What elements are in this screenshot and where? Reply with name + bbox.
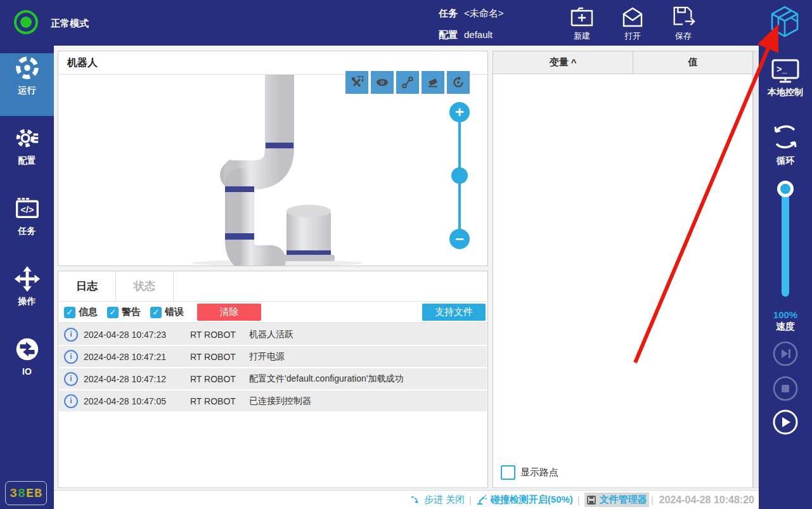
top-bar: 正常模式 任务<未命名> 配置default 新建 打开 保存 <box>0 0 812 46</box>
sidebar-item-operate[interactable]: 操作 <box>0 264 54 327</box>
path-curve-icon <box>401 76 414 89</box>
sidebar-item-io[interactable]: IO <box>0 335 54 397</box>
filter-info-checkbox[interactable]: ✓ <box>64 307 75 318</box>
svg-text:>_: >_ <box>777 65 787 75</box>
loop-arrows-icon <box>769 120 802 153</box>
loop-mode-button[interactable]: 循环 <box>759 120 812 167</box>
robot-arm-model <box>58 75 487 266</box>
info-icon: i <box>64 328 78 342</box>
variables-header: 变量 ^ 值 <box>493 51 752 74</box>
speed-slider-handle[interactable] <box>777 181 794 197</box>
variables-scrollbar[interactable] <box>753 51 759 488</box>
tools-button[interactable] <box>345 71 368 94</box>
path-button[interactable] <box>396 71 419 94</box>
file-manager-disk-icon <box>586 495 596 505</box>
filter-info-label: 信息 <box>79 306 98 318</box>
config-value: default <box>464 29 493 40</box>
log-row: i 2024-04-28 10:47:23 RT ROBOT 机器人活跃 <box>59 324 487 345</box>
tools-icon <box>351 76 363 89</box>
io-arrows-icon <box>13 335 42 365</box>
viewport-toolbar <box>345 71 470 94</box>
new-folder-plus-icon <box>569 5 595 29</box>
sidebar-item-run[interactable]: 运行 <box>0 53 54 116</box>
left-sidebar: 运行 配置 </> 任务 操作 IO 38EB <box>0 46 54 509</box>
support-file-button[interactable]: 支持文件 <box>422 304 486 321</box>
info-icon: i <box>64 350 78 364</box>
erase-button[interactable] <box>422 71 444 94</box>
visibility-button[interactable] <box>371 71 394 94</box>
speed-label: 速度 <box>759 321 812 333</box>
zoom-out-button[interactable]: − <box>449 229 470 249</box>
open-button[interactable]: 打开 <box>610 5 655 42</box>
filter-error-checkbox[interactable]: ✓ <box>150 307 162 318</box>
zoom-slider-handle[interactable] <box>451 167 468 184</box>
save-button[interactable]: 保存 <box>661 5 706 42</box>
mode-label: 正常模式 <box>51 18 89 30</box>
robot-panel: 机器人 <box>58 51 488 266</box>
clear-log-button[interactable]: 清除 <box>197 304 261 321</box>
eraser-icon <box>427 76 439 89</box>
zoom-in-button[interactable]: + <box>449 102 470 122</box>
terminal-icon: >_ <box>770 58 801 85</box>
step-next-button[interactable] <box>773 341 798 366</box>
log-filter-row: ✓ 信息 ✓ 警告 ✓ 错误 清除 支持文件 <box>58 302 487 323</box>
task-label: 任务 <box>439 8 458 18</box>
show-waypoints-row: 显示路点 <box>501 465 558 480</box>
info-icon: i <box>64 394 78 408</box>
info-icon: i <box>64 372 78 386</box>
status-bar: 步进 关闭 | 碰撞检测开启(50%) | 文件管理器 | 2024-04-28… <box>54 490 759 509</box>
stop-icon <box>773 376 798 401</box>
main-area: 机器人 <box>54 46 759 509</box>
zoom-control: + − <box>449 102 470 249</box>
new-task-button[interactable]: 新建 <box>559 5 605 42</box>
column-header-variable[interactable]: 变量 ^ <box>493 51 633 74</box>
tab-log[interactable]: 日志 <box>58 271 116 301</box>
local-control-button[interactable]: >_ 本地控制 <box>759 58 812 98</box>
gear-icon <box>13 124 42 154</box>
step-mode-item[interactable]: 步进 关闭 <box>410 494 465 506</box>
filter-warning-label: 警告 <box>122 306 141 318</box>
brand-cube-logo[interactable] <box>768 4 802 40</box>
sidebar-item-config[interactable]: 配置 <box>0 124 54 186</box>
rotate-view-button[interactable] <box>447 71 470 94</box>
sort-asc-icon: ^ <box>571 57 577 68</box>
show-waypoints-checkbox[interactable] <box>501 465 515 480</box>
robot-status-indicator <box>14 10 38 34</box>
stop-button[interactable] <box>773 376 798 401</box>
sidebar-item-task[interactable]: </> 任务 <box>0 194 54 257</box>
filter-error-label: 错误 <box>165 306 184 318</box>
task-line: 任务<未命名> <box>439 8 504 20</box>
robot-3d-viewport[interactable] <box>58 75 487 266</box>
play-button[interactable] <box>773 409 798 435</box>
filter-warning-checkbox[interactable]: ✓ <box>107 307 119 318</box>
log-tab-bar: 日志 状态 <box>58 271 487 302</box>
config-line: 配置default <box>439 29 493 41</box>
log-row: i 2024-04-28 10:47:05 RT ROBOT 已连接到控制器 <box>59 390 487 411</box>
task-value: <未命名> <box>464 8 504 18</box>
collision-icon <box>476 495 487 505</box>
save-floppy-icon <box>671 5 696 29</box>
status-green-dot <box>20 16 32 28</box>
safety-checksum-badge: 38EB <box>5 481 47 505</box>
column-header-value[interactable]: 值 <box>633 51 752 74</box>
skip-next-icon <box>773 341 798 366</box>
svg-text:</>: </> <box>20 205 34 215</box>
code-window-icon: </> <box>13 194 42 224</box>
variables-panel: 变量 ^ 值 显示路点 <box>493 51 753 488</box>
collision-detection-item[interactable]: 碰撞检测开启(50%) <box>476 494 573 506</box>
log-list: i 2024-04-28 10:47:23 RT ROBOT 机器人活跃 i 2… <box>59 324 487 413</box>
speed-percent: 100% <box>759 309 812 320</box>
step-arrow-icon <box>410 495 421 505</box>
file-manager-item[interactable]: 文件管理器 <box>584 493 649 507</box>
tab-status[interactable]: 状态 <box>116 271 174 301</box>
log-panel: 日志 状态 ✓ 信息 ✓ 警告 ✓ 错误 清除 支持文件 i 2024-04-2… <box>58 271 488 488</box>
move-arrows-icon <box>13 264 42 295</box>
open-envelope-icon <box>620 5 645 29</box>
eye-icon <box>376 76 389 89</box>
play-icon <box>773 409 798 435</box>
speed-slider-track[interactable] <box>782 190 789 297</box>
rotate-icon <box>452 76 465 89</box>
clock-datetime: 2024-04-28 10:48:20 <box>659 494 754 506</box>
config-label: 配置 <box>439 29 458 40</box>
run-wheel-icon <box>13 53 42 84</box>
